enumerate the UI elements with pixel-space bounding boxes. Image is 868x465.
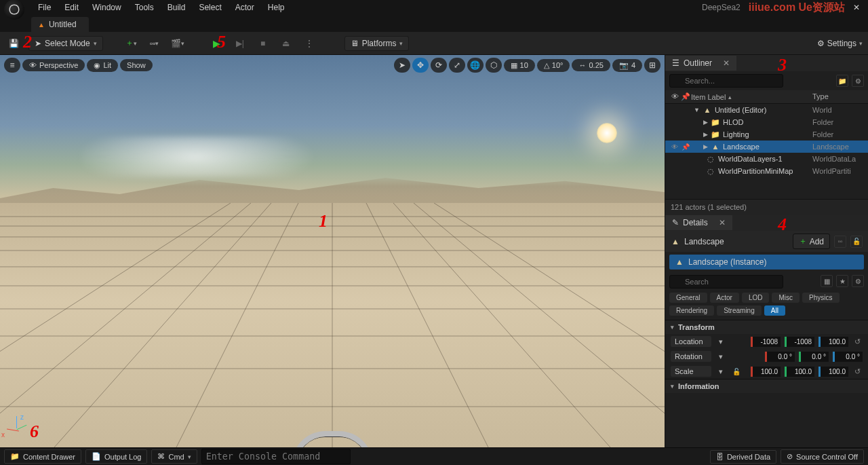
play-options-button[interactable]: ⋮	[301, 35, 317, 52]
scale-snap-button[interactable]: ↔ 0.25	[572, 59, 610, 71]
folder-filter-icon[interactable]: 📁	[836, 75, 848, 87]
pin-toggle[interactable]: 📌	[680, 143, 691, 151]
menu-help[interactable]: Help	[261, 1, 292, 14]
location-x-input[interactable]: -1008	[751, 337, 781, 347]
type-column[interactable]: Type	[812, 92, 864, 101]
outliner-row[interactable]: ▶ 📁 HLODFolder	[665, 116, 868, 128]
outliner-row[interactable]: ◌ WorldDataLayers-1WorldDataLa	[665, 153, 868, 165]
filter-general[interactable]: General	[669, 293, 707, 303]
outliner-row[interactable]: ▶ 📁 LightingFolder	[665, 128, 868, 141]
lit-button[interactable]: ◉ Lit	[87, 59, 118, 72]
menu-tools[interactable]: Tools	[128, 1, 161, 14]
filter-lod[interactable]: LOD	[742, 293, 770, 303]
reset-icon[interactable]: ↺	[852, 367, 863, 376]
lock-icon[interactable]: 🔓	[850, 236, 863, 248]
chevron-down-icon[interactable]: ▾	[715, 367, 726, 376]
information-section-header[interactable]: ▾ Information	[665, 379, 868, 393]
surface-snap-icon[interactable]: ⬡	[486, 58, 502, 73]
details-settings-icon[interactable]: ⚙	[852, 275, 864, 287]
console-input[interactable]	[201, 449, 351, 464]
skip-button[interactable]: ▶|	[232, 35, 248, 52]
mode-select-button[interactable]: ➤ Select Mode ▾	[28, 36, 103, 51]
outliner-search-input[interactable]	[669, 74, 783, 88]
save-button[interactable]: 💾	[5, 35, 22, 52]
visibility-toggle[interactable]: 👁	[669, 143, 680, 151]
content-drawer-button[interactable]: 📁 Content Drawer	[4, 449, 81, 464]
perspective-button[interactable]: 👁 Perspective	[22, 59, 85, 71]
outliner-settings-icon[interactable]: ⚙	[852, 75, 864, 87]
grid-snap-button[interactable]: ▦ 10	[504, 59, 535, 72]
add-content-button[interactable]: ＋▾	[123, 35, 140, 52]
scale-tool-icon[interactable]: ⤢	[449, 58, 465, 73]
camera-speed-button[interactable]: 📷 4	[612, 59, 642, 72]
platforms-button[interactable]: 🖥 Platforms ▾	[344, 36, 410, 51]
expander-icon[interactable]: ▶	[703, 119, 708, 126]
settings-button[interactable]: ⚙ Settings ▾	[817, 39, 863, 48]
filter-physics[interactable]: Physics	[802, 293, 839, 303]
outliner-row[interactable]: ◌ WorldPartitionMiniMapWorldPartiti	[665, 165, 868, 177]
translate-tool-icon[interactable]: ✥	[412, 58, 429, 73]
lock-icon[interactable]: 🔓	[730, 368, 743, 375]
transform-section-header[interactable]: ▾ Transform	[665, 320, 868, 334]
viewport-3d[interactable]: 1 z x 6	[0, 55, 665, 447]
expander-icon[interactable]: ▶	[703, 143, 708, 150]
stop-button[interactable]: ■	[255, 35, 271, 52]
scale-x-input[interactable]: 100.0	[751, 367, 781, 377]
menu-file[interactable]: File	[31, 1, 58, 14]
app-logo-icon[interactable]	[4, 0, 24, 20]
chevron-down-icon[interactable]: ▾	[715, 337, 726, 346]
maximize-viewport-icon[interactable]: ⊞	[644, 58, 660, 73]
level-tab[interactable]: ▲ Untitled	[31, 17, 89, 32]
cinematics-button[interactable]: 🎬▾	[170, 35, 186, 52]
outliner-row[interactable]: ▼ ▲ Untitled (Editor)World	[665, 104, 868, 116]
visibility-column-icon[interactable]: 👁	[669, 92, 680, 101]
select-tool-icon[interactable]: ➤	[394, 58, 410, 73]
chevron-down-icon[interactable]: ▾	[715, 352, 726, 361]
menu-build[interactable]: Build	[161, 1, 193, 14]
outliner-tab[interactable]: ☰ Outliner ✕	[665, 56, 736, 71]
rotate-tool-icon[interactable]: ⟳	[431, 58, 447, 73]
grid-icon[interactable]: ▦	[821, 275, 833, 287]
blueprints-button[interactable]: ▫▫▾	[146, 35, 163, 52]
reset-icon[interactable]: ↺	[852, 337, 863, 346]
show-button[interactable]: Show	[120, 59, 153, 71]
menu-window[interactable]: Window	[85, 1, 128, 14]
eject-button[interactable]: ⏏	[278, 35, 294, 52]
browse-icon[interactable]: ▫▫	[834, 236, 846, 248]
coord-space-icon[interactable]: 🌐	[467, 58, 484, 73]
viewport-options-button[interactable]: ≡	[4, 58, 20, 73]
outliner-row[interactable]: 👁📌▶ ▲ LandscapeLandscape	[665, 141, 868, 153]
filter-misc[interactable]: Misc	[772, 293, 800, 303]
close-icon[interactable]: ✕	[723, 58, 730, 68]
scale-y-input[interactable]: 100.0	[785, 367, 814, 377]
derived-data-button[interactable]: 🗄 Derived Data	[710, 450, 776, 464]
rotation-x-input[interactable]: 0.0 °	[765, 352, 795, 362]
details-tab[interactable]: ✎ Details ✕	[665, 215, 732, 230]
filter-all[interactable]: All	[764, 305, 785, 316]
rotation-z-input[interactable]: 0.0 °	[833, 352, 863, 362]
rotation-y-input[interactable]: 0.0 °	[799, 352, 829, 362]
expander-icon[interactable]: ▼	[694, 107, 700, 113]
label-column[interactable]: Item Label ▴	[691, 92, 812, 101]
menu-select[interactable]: Select	[192, 1, 228, 14]
scale-z-input[interactable]: 100.0	[818, 367, 848, 377]
location-z-input[interactable]: 100.0	[818, 337, 848, 347]
filter-actor[interactable]: Actor	[710, 293, 739, 303]
add-component-button[interactable]: ＋ Add	[793, 234, 830, 249]
angle-snap-button[interactable]: △ 10°	[537, 59, 570, 72]
menu-actor[interactable]: Actor	[229, 1, 261, 14]
location-y-input[interactable]: -1008	[785, 337, 814, 347]
details-search-input[interactable]	[669, 275, 783, 289]
favorite-icon[interactable]: ★	[836, 275, 848, 287]
play-button[interactable]: ▶	[209, 35, 225, 52]
filter-rendering[interactable]: Rendering	[669, 305, 714, 316]
window-close-icon[interactable]: ✕	[849, 3, 864, 12]
instance-row[interactable]: ▲ Landscape (Instance)	[669, 255, 864, 269]
filter-streaming[interactable]: Streaming	[717, 305, 762, 316]
pin-column-icon[interactable]: 📌	[680, 92, 691, 101]
expander-icon[interactable]: ▶	[703, 131, 708, 138]
close-icon[interactable]: ✕	[719, 218, 726, 227]
outliner-tree[interactable]: ▼ ▲ Untitled (Editor)World▶ 📁 HLODFolder…	[665, 104, 868, 199]
menu-edit[interactable]: Edit	[58, 1, 85, 14]
source-control-button[interactable]: ⊘ Source Control Off	[781, 449, 864, 464]
